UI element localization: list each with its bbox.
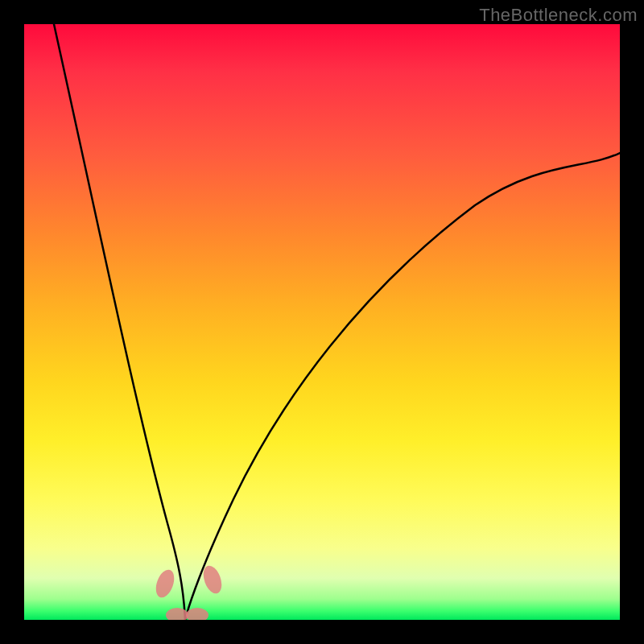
curve-layer (24, 24, 620, 620)
marker-group (152, 564, 225, 620)
marker-left (152, 568, 177, 601)
plot-area (24, 24, 620, 620)
outer-frame: TheBottleneck.com (0, 0, 644, 644)
curve-right-arm (185, 153, 620, 620)
marker-bottom-2 (186, 608, 208, 620)
curve-left-arm (54, 24, 185, 620)
watermark-text: TheBottleneck.com (479, 5, 638, 26)
